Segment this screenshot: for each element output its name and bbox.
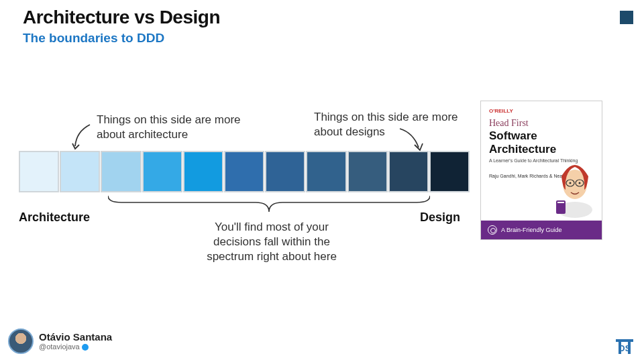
note-architecture-side: Things on this side are more about archi… [97, 113, 251, 142]
presenter-name: Otávio Santana [39, 332, 112, 343]
swatch-6 [265, 151, 305, 192]
arrow-right-icon [394, 126, 427, 153]
avatar [8, 328, 34, 354]
swatch-3 [142, 151, 182, 192]
corner-logo: OS [614, 337, 635, 357]
book-series: Head First [489, 118, 594, 129]
book-top: O'REILLY Head First Software Architectur… [481, 101, 602, 221]
brain-icon [488, 225, 497, 235]
book-illustration [552, 158, 598, 218]
page-title: Architecture vs Design [23, 7, 220, 28]
page-subtitle: The boundaries to DDD [23, 31, 164, 46]
swatch-8 [347, 151, 388, 192]
swatch-0 [19, 151, 59, 192]
brace-icon [108, 194, 430, 215]
book-cover: O'REILLY Head First Software Architectur… [480, 101, 602, 240]
verified-icon [82, 344, 89, 351]
book-publisher: O'REILLY [489, 108, 594, 114]
slide: Architecture vs Design The boundaries to… [0, 0, 644, 362]
book-band: A Brain-Friendly Guide [481, 221, 602, 239]
book-title-line2: Architecture [489, 143, 594, 156]
svg-text:OS: OS [619, 343, 631, 353]
book-band-text: A Brain-Friendly Guide [501, 227, 562, 233]
note-middle-spectrum: You'll find most of your decisions fall … [201, 220, 342, 264]
label-architecture: Architecture [19, 210, 90, 225]
swatch-4 [183, 151, 223, 192]
svg-point-4 [570, 182, 572, 184]
presenter-block: Otávio Santana @otaviojava [8, 328, 112, 354]
svg-rect-7 [557, 202, 564, 203]
svg-point-5 [579, 182, 581, 184]
arrow-left-icon [70, 122, 97, 152]
spectrum-swatches [19, 151, 470, 192]
swatch-2 [101, 151, 141, 192]
swatch-9 [388, 151, 429, 192]
book-title-line1: Software [489, 130, 594, 142]
swatch-5 [224, 151, 264, 192]
swatch-7 [306, 151, 346, 192]
swatch-1 [60, 151, 100, 192]
svg-rect-8 [616, 339, 633, 342]
corner-decor [620, 11, 633, 24]
note-design-side: Things on this side are more about desig… [314, 110, 468, 139]
swatch-10 [429, 151, 470, 192]
presenter-handle: @otaviojava [39, 343, 112, 351]
